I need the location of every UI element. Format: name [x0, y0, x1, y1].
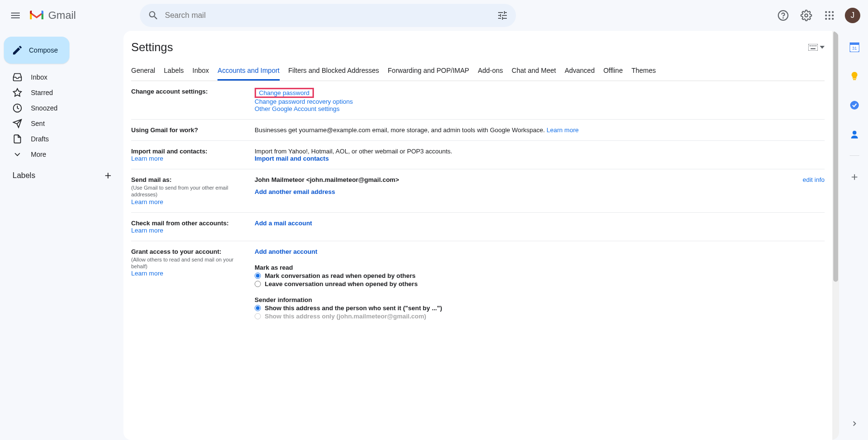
tasks-app-button[interactable]	[845, 96, 864, 115]
link-workspace-learn[interactable]: Learn more	[546, 126, 578, 134]
radio-show-only[interactable]: Show this address only (john.mailmeteor@…	[255, 313, 825, 320]
tune-icon	[497, 10, 508, 21]
hamburger-icon	[10, 10, 21, 21]
label-import-contacts: Import mail and contacts:	[131, 148, 207, 155]
tab-offline[interactable]: Offline	[603, 62, 623, 81]
radio-mark-read[interactable]: Mark conversation as read when opened by…	[255, 272, 825, 279]
link-check-learn[interactable]: Learn more	[131, 227, 163, 234]
add-label-button[interactable]	[101, 169, 115, 182]
radio-leave-unread[interactable]: Leave conversation unread when opened by…	[255, 280, 825, 288]
help-icon	[777, 10, 789, 21]
search-icon	[148, 10, 159, 21]
tab-add-ons[interactable]: Add-ons	[478, 62, 503, 81]
svg-point-7	[828, 14, 830, 16]
contacts-app-button[interactable]	[845, 124, 864, 144]
add-addon-button[interactable]	[845, 167, 864, 187]
search-options-button[interactable]	[493, 6, 512, 25]
link-grant-learn[interactable]: Learn more	[131, 270, 163, 277]
gmail-icon	[29, 10, 44, 21]
gmail-logo[interactable]: Gmail	[29, 9, 116, 22]
tab-forwarding-and-pop-imap[interactable]: Forwarding and POP/IMAP	[388, 62, 469, 81]
svg-rect-17	[810, 45, 811, 46]
calendar-app-button[interactable]: 31	[845, 38, 864, 57]
link-sendas-learn[interactable]: Learn more	[131, 198, 163, 206]
settings-button[interactable]	[797, 6, 816, 25]
chevron-down-icon	[13, 150, 22, 159]
contacts-icon	[850, 129, 859, 139]
keep-app-button[interactable]	[845, 67, 864, 86]
svg-point-27	[853, 131, 856, 135]
sidebar-item-sent[interactable]: Sent	[0, 116, 116, 131]
chevron-right-icon	[850, 419, 859, 428]
svg-point-11	[832, 18, 834, 20]
tab-chat-and-meet[interactable]: Chat and Meet	[512, 62, 556, 81]
link-add-email[interactable]: Add another email address	[255, 188, 335, 195]
sidebar-item-starred[interactable]: Starred	[0, 85, 116, 100]
label-using-work: Using Gmail for work?	[131, 126, 255, 134]
svg-rect-23	[850, 42, 859, 45]
label-send-mail-as: Send mail as:	[131, 176, 172, 183]
dropdown-icon	[820, 46, 825, 49]
text-import: Import from Yahoo!, Hotmail, AOL, or oth…	[255, 148, 452, 155]
tab-inbox[interactable]: Inbox	[192, 62, 209, 81]
page-title: Settings	[131, 41, 173, 54]
tasks-icon	[850, 100, 859, 110]
sidebar-item-snoozed[interactable]: Snoozed	[0, 100, 116, 116]
link-edit-info[interactable]: edit info	[802, 176, 825, 183]
apps-grid-icon	[824, 10, 835, 21]
link-add-mail-account[interactable]: Add a mail account	[255, 220, 312, 227]
svg-point-2	[805, 14, 808, 17]
account-avatar[interactable]: J	[845, 8, 860, 23]
label-check-mail: Check mail from other accounts:	[131, 220, 229, 227]
tab-advanced[interactable]: Advanced	[565, 62, 595, 81]
tab-labels[interactable]: Labels	[164, 62, 184, 81]
compose-button[interactable]: Compose	[4, 37, 69, 64]
plus-icon	[103, 171, 113, 180]
side-panel-toggle[interactable]	[848, 417, 861, 430]
svg-point-6	[825, 14, 827, 16]
compose-label: Compose	[29, 46, 58, 54]
search-button[interactable]	[144, 6, 163, 25]
inbox-icon	[13, 72, 22, 82]
svg-point-3	[825, 11, 827, 13]
svg-rect-19	[814, 45, 814, 46]
heading-sender-info: Sender information	[255, 296, 825, 303]
link-import-mail[interactable]: Import mail and contacts	[255, 155, 329, 162]
sidebar-item-inbox[interactable]: Inbox	[0, 69, 116, 85]
scrollbar[interactable]	[832, 31, 839, 440]
search-bar[interactable]	[140, 4, 516, 27]
send-icon	[13, 119, 22, 128]
gear-icon	[800, 10, 812, 21]
tab-filters-and-blocked-addresses[interactable]: Filters and Blocked Addresses	[288, 62, 379, 81]
main-menu-button[interactable]	[4, 4, 27, 27]
plus-icon	[850, 172, 859, 182]
support-button[interactable]	[773, 6, 793, 25]
sidebar-item-drafts[interactable]: Drafts	[0, 131, 116, 147]
tab-general[interactable]: General	[131, 62, 155, 81]
svg-rect-20	[815, 45, 816, 46]
link-change-password[interactable]: Change password	[259, 89, 310, 96]
svg-point-8	[832, 14, 834, 16]
tab-themes[interactable]: Themes	[631, 62, 656, 81]
link-other-settings[interactable]: Other Google Account settings	[255, 105, 339, 112]
gmail-wordmark: Gmail	[48, 9, 76, 22]
sublabel-send-mail-as: (Use Gmail to send from your other email…	[131, 184, 250, 198]
tab-accounts-and-import[interactable]: Accounts and Import	[217, 62, 279, 81]
label-grant-access: Grant access to your account:	[131, 248, 221, 255]
link-recovery-options[interactable]: Change password recovery options	[255, 98, 353, 105]
link-add-account[interactable]: Add another account	[255, 248, 317, 255]
input-tools-button[interactable]	[808, 44, 825, 51]
calendar-icon: 31	[850, 42, 859, 52]
sidebar-item-more[interactable]: More	[0, 147, 116, 162]
text-workspace: Businesses get yourname@example.com emai…	[255, 126, 546, 134]
search-input[interactable]	[163, 11, 493, 20]
apps-button[interactable]	[820, 6, 839, 25]
pencil-icon	[12, 44, 23, 56]
link-import-learn[interactable]: Learn more	[131, 155, 163, 162]
svg-rect-18	[812, 45, 813, 46]
svg-point-26	[850, 101, 859, 110]
svg-point-9	[825, 18, 827, 20]
radio-show-both[interactable]: Show this address and the person who sen…	[255, 304, 825, 312]
scrollbar-thumb[interactable]	[833, 31, 838, 282]
svg-point-10	[828, 18, 830, 20]
